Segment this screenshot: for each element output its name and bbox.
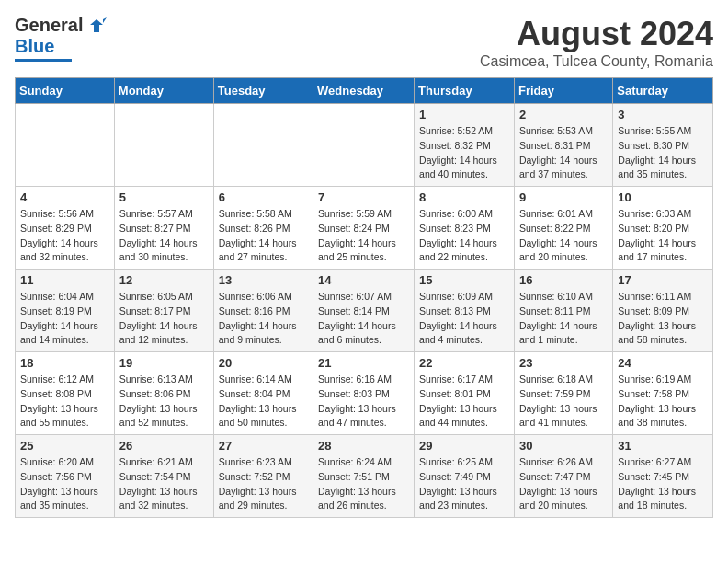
day-info: Sunrise: 5:52 AM Sunset: 8:32 PM Dayligh… xyxy=(419,124,509,182)
day-number: 8 xyxy=(419,190,509,204)
day-cell: 29Sunrise: 6:25 AM Sunset: 7:49 PM Dayli… xyxy=(415,435,515,518)
day-info: Sunrise: 6:17 AM Sunset: 8:01 PM Dayligh… xyxy=(419,373,509,431)
week-row-1: 1Sunrise: 5:52 AM Sunset: 8:32 PM Daylig… xyxy=(16,104,713,187)
day-number: 7 xyxy=(318,190,409,204)
day-cell: 5Sunrise: 5:57 AM Sunset: 8:27 PM Daylig… xyxy=(114,187,213,270)
page-header: General Blue August 2024 Casimcea, Tulce… xyxy=(15,15,713,70)
day-cell: 30Sunrise: 6:26 AM Sunset: 7:47 PM Dayli… xyxy=(514,435,612,518)
day-info: Sunrise: 5:59 AM Sunset: 8:24 PM Dayligh… xyxy=(318,207,409,265)
weekday-header-tuesday: Tuesday xyxy=(213,78,313,104)
day-info: Sunrise: 6:26 AM Sunset: 7:47 PM Dayligh… xyxy=(519,455,608,513)
day-number: 2 xyxy=(519,108,608,121)
day-cell: 3Sunrise: 5:55 AM Sunset: 8:30 PM Daylig… xyxy=(613,104,713,187)
day-cell: 11Sunrise: 6:04 AM Sunset: 8:19 PM Dayli… xyxy=(16,270,115,352)
day-cell: 2Sunrise: 5:53 AM Sunset: 8:31 PM Daylig… xyxy=(514,104,612,187)
day-number: 31 xyxy=(618,439,708,453)
day-cell: 27Sunrise: 6:23 AM Sunset: 7:52 PM Dayli… xyxy=(213,435,313,518)
location-title: Casimcea, Tulcea County, Romania xyxy=(480,53,713,70)
day-cell xyxy=(313,104,415,187)
day-cell: 14Sunrise: 6:07 AM Sunset: 8:14 PM Dayli… xyxy=(313,270,415,352)
day-number: 22 xyxy=(419,356,509,370)
day-number: 29 xyxy=(419,439,509,453)
day-info: Sunrise: 6:10 AM Sunset: 8:11 PM Dayligh… xyxy=(519,290,608,348)
day-info: Sunrise: 5:53 AM Sunset: 8:31 PM Dayligh… xyxy=(519,124,608,182)
day-cell: 10Sunrise: 6:03 AM Sunset: 8:20 PM Dayli… xyxy=(613,187,713,270)
logo-blue: Blue xyxy=(15,36,54,57)
day-info: Sunrise: 6:03 AM Sunset: 8:20 PM Dayligh… xyxy=(618,207,708,265)
day-info: Sunrise: 6:24 AM Sunset: 7:51 PM Dayligh… xyxy=(318,455,409,513)
day-number: 13 xyxy=(219,273,308,287)
day-cell: 1Sunrise: 5:52 AM Sunset: 8:32 PM Daylig… xyxy=(415,104,515,187)
week-row-2: 4Sunrise: 5:56 AM Sunset: 8:29 PM Daylig… xyxy=(16,187,713,270)
day-cell: 31Sunrise: 6:27 AM Sunset: 7:45 PM Dayli… xyxy=(613,435,713,518)
day-cell: 24Sunrise: 6:19 AM Sunset: 7:58 PM Dayli… xyxy=(613,352,713,435)
day-info: Sunrise: 6:18 AM Sunset: 7:59 PM Dayligh… xyxy=(519,373,608,431)
day-number: 18 xyxy=(20,356,109,370)
day-info: Sunrise: 6:07 AM Sunset: 8:14 PM Dayligh… xyxy=(318,290,409,348)
day-info: Sunrise: 5:58 AM Sunset: 8:26 PM Dayligh… xyxy=(219,207,308,265)
day-number: 27 xyxy=(219,439,308,453)
day-cell: 16Sunrise: 6:10 AM Sunset: 8:11 PM Dayli… xyxy=(514,270,612,352)
logo: General Blue xyxy=(15,15,107,62)
weekday-header-monday: Monday xyxy=(114,78,213,104)
day-info: Sunrise: 6:13 AM Sunset: 8:06 PM Dayligh… xyxy=(119,373,209,431)
day-info: Sunrise: 6:04 AM Sunset: 8:19 PM Dayligh… xyxy=(20,290,109,348)
day-number: 6 xyxy=(219,190,308,204)
day-info: Sunrise: 5:56 AM Sunset: 8:29 PM Dayligh… xyxy=(20,207,109,265)
day-info: Sunrise: 6:12 AM Sunset: 8:08 PM Dayligh… xyxy=(20,373,109,431)
day-number: 23 xyxy=(519,356,608,370)
day-number: 9 xyxy=(519,190,608,204)
weekday-header-sunday: Sunday xyxy=(16,78,115,104)
logo-general: General xyxy=(15,15,83,36)
day-cell: 15Sunrise: 6:09 AM Sunset: 8:13 PM Dayli… xyxy=(415,270,515,352)
day-number: 17 xyxy=(618,273,708,287)
day-info: Sunrise: 6:09 AM Sunset: 8:13 PM Dayligh… xyxy=(419,290,509,348)
weekday-header-saturday: Saturday xyxy=(613,78,713,104)
day-cell: 22Sunrise: 6:17 AM Sunset: 8:01 PM Dayli… xyxy=(415,352,515,435)
day-cell: 4Sunrise: 5:56 AM Sunset: 8:29 PM Daylig… xyxy=(16,187,115,270)
day-cell xyxy=(213,104,313,187)
day-number: 20 xyxy=(219,356,308,370)
day-cell: 21Sunrise: 6:16 AM Sunset: 8:03 PM Dayli… xyxy=(313,352,415,435)
day-info: Sunrise: 6:25 AM Sunset: 7:49 PM Dayligh… xyxy=(419,455,509,513)
day-cell: 17Sunrise: 6:11 AM Sunset: 8:09 PM Dayli… xyxy=(613,270,713,352)
day-info: Sunrise: 6:06 AM Sunset: 8:16 PM Dayligh… xyxy=(219,290,308,348)
day-cell: 8Sunrise: 6:00 AM Sunset: 8:23 PM Daylig… xyxy=(415,187,515,270)
svg-marker-0 xyxy=(90,19,103,32)
day-number: 10 xyxy=(618,190,708,204)
day-cell: 19Sunrise: 6:13 AM Sunset: 8:06 PM Dayli… xyxy=(114,352,213,435)
month-title: August 2024 xyxy=(480,15,713,53)
day-number: 16 xyxy=(519,273,608,287)
day-info: Sunrise: 6:23 AM Sunset: 7:52 PM Dayligh… xyxy=(219,455,308,513)
weekday-header-friday: Friday xyxy=(514,78,612,104)
day-info: Sunrise: 6:14 AM Sunset: 8:04 PM Dayligh… xyxy=(219,373,308,431)
day-cell: 9Sunrise: 6:01 AM Sunset: 8:22 PM Daylig… xyxy=(514,187,612,270)
day-number: 14 xyxy=(318,273,409,287)
week-row-3: 11Sunrise: 6:04 AM Sunset: 8:19 PM Dayli… xyxy=(16,270,713,352)
day-number: 19 xyxy=(119,356,209,370)
day-cell xyxy=(114,104,213,187)
day-cell: 20Sunrise: 6:14 AM Sunset: 8:04 PM Dayli… xyxy=(213,352,313,435)
day-info: Sunrise: 6:00 AM Sunset: 8:23 PM Dayligh… xyxy=(419,207,509,265)
day-number: 5 xyxy=(119,190,209,204)
week-row-5: 25Sunrise: 6:20 AM Sunset: 7:56 PM Dayli… xyxy=(16,435,713,518)
day-number: 30 xyxy=(519,439,608,453)
day-number: 12 xyxy=(119,273,209,287)
day-number: 25 xyxy=(20,439,109,453)
day-cell: 6Sunrise: 5:58 AM Sunset: 8:26 PM Daylig… xyxy=(213,187,313,270)
day-cell xyxy=(16,104,115,187)
svg-marker-1 xyxy=(103,17,107,23)
day-info: Sunrise: 6:11 AM Sunset: 8:09 PM Dayligh… xyxy=(618,290,708,348)
day-number: 3 xyxy=(618,108,708,121)
title-block: August 2024 Casimcea, Tulcea County, Rom… xyxy=(480,15,713,70)
day-cell: 12Sunrise: 6:05 AM Sunset: 8:17 PM Dayli… xyxy=(114,270,213,352)
weekday-header-thursday: Thursday xyxy=(415,78,515,104)
day-info: Sunrise: 6:01 AM Sunset: 8:22 PM Dayligh… xyxy=(519,207,608,265)
day-cell: 18Sunrise: 6:12 AM Sunset: 8:08 PM Dayli… xyxy=(16,352,115,435)
weekday-header-wednesday: Wednesday xyxy=(313,78,415,104)
day-info: Sunrise: 6:20 AM Sunset: 7:56 PM Dayligh… xyxy=(20,455,109,513)
calendar-table: SundayMondayTuesdayWednesdayThursdayFrid… xyxy=(15,77,713,518)
week-row-4: 18Sunrise: 6:12 AM Sunset: 8:08 PM Dayli… xyxy=(16,352,713,435)
day-number: 1 xyxy=(419,108,509,121)
day-info: Sunrise: 5:55 AM Sunset: 8:30 PM Dayligh… xyxy=(618,124,708,182)
